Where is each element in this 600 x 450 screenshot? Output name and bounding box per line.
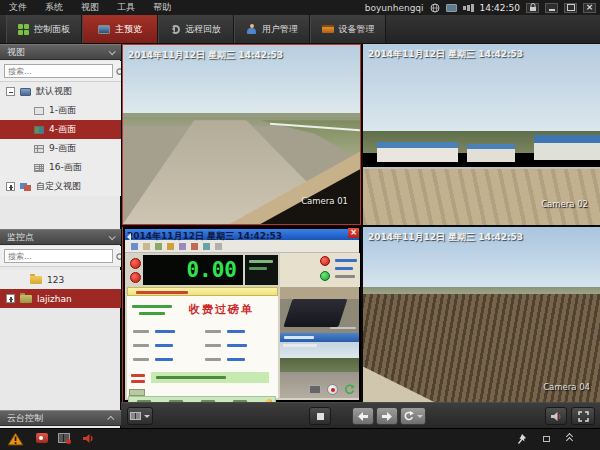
- red-light-icon: [130, 258, 141, 269]
- layout-4-icon: [34, 126, 44, 134]
- view-group-icon: [20, 88, 31, 96]
- monitor-section-title: 监控点: [7, 231, 34, 244]
- tree-node-label: 1-画面: [49, 104, 76, 117]
- tab-remote-playback[interactable]: 远程回放: [158, 15, 234, 43]
- fullscreen-icon: [578, 411, 589, 422]
- control-panel-icon: [18, 24, 29, 35]
- lock-button[interactable]: [526, 3, 539, 13]
- playback-icon: [171, 25, 180, 34]
- form-title: 收费过磅单: [189, 302, 254, 317]
- device-icon: [322, 25, 334, 33]
- tree-node-1-screen[interactable]: 1-画面: [0, 101, 121, 120]
- record-icon[interactable]: [327, 384, 338, 395]
- tab-label: 用户管理: [262, 23, 298, 36]
- custom-view-icon: [20, 183, 31, 191]
- tab-main-preview[interactable]: 主预览: [82, 15, 158, 43]
- monitor-tree: 123 lajizhan: [0, 270, 121, 308]
- menu-help[interactable]: 帮助: [144, 1, 180, 14]
- menu-file[interactable]: 文件: [0, 1, 36, 14]
- tree-node-group-123[interactable]: 123: [0, 270, 121, 289]
- view-section-header[interactable]: 视图: [0, 44, 121, 60]
- dirt-ground: [363, 169, 600, 225]
- osd-timestamp: 2014年11月12日 星期三 14:42:53: [368, 48, 523, 61]
- sidebar: 视图 默认视图 1-画面 4-画面: [0, 44, 121, 428]
- menu-view[interactable]: 视图: [72, 1, 108, 14]
- menu-bar: 文件 系统 视图 工具 帮助 boyunhengqi 14:42:50: [0, 0, 600, 15]
- audio-button[interactable]: [545, 407, 567, 425]
- video-panel-2[interactable]: 2014年11月12日 星期三 14:42:53 Camera 02: [363, 44, 600, 225]
- stop-all-button[interactable]: [309, 407, 331, 425]
- green-light-icon: [320, 271, 330, 281]
- clock: 14:42:50: [480, 3, 520, 13]
- titlebar-right: boyunhengqi 14:42:50: [365, 3, 600, 13]
- menu-system[interactable]: 系统: [36, 1, 72, 14]
- tab-label: 控制面板: [34, 23, 70, 36]
- menu-tools[interactable]: 工具: [108, 1, 144, 14]
- highlight-row: [151, 372, 269, 383]
- loop-icon: [403, 411, 414, 422]
- tab-label: 主预览: [115, 23, 142, 36]
- alarm-grid-icon[interactable]: [58, 433, 70, 443]
- previous-page-button[interactable]: [352, 407, 374, 425]
- user-icon: [246, 24, 257, 35]
- display-status-icon[interactable]: [446, 4, 457, 12]
- layout-select-button[interactable]: [127, 407, 153, 425]
- layout-1-icon: [34, 107, 44, 115]
- collapse-icon[interactable]: [6, 87, 15, 96]
- tree-node-label: 9-画面: [49, 142, 76, 155]
- panel-hover-toolbar: [309, 380, 355, 399]
- tree-node-label: lajizhan: [37, 294, 72, 304]
- form-footer-chip: [129, 389, 145, 396]
- alarm-video-icon[interactable]: [36, 433, 48, 443]
- tree-node-custom-view[interactable]: 自定义视图: [0, 177, 121, 196]
- tab-user-management[interactable]: 用户管理: [234, 15, 310, 43]
- monitor-search-input[interactable]: [4, 249, 113, 263]
- tab-device-management[interactable]: 设备管理: [310, 15, 386, 43]
- restore-button[interactable]: [564, 3, 577, 13]
- screen-icon[interactable]: [309, 385, 321, 394]
- globe-icon[interactable]: [430, 3, 440, 13]
- auto-switch-button[interactable]: [400, 407, 426, 425]
- building: [534, 135, 600, 160]
- monitor-section-header[interactable]: 监控点: [0, 229, 121, 245]
- tab-label: 远程回放: [185, 23, 221, 36]
- tab-control-panel[interactable]: 控制面板: [6, 15, 82, 43]
- chevron-down-icon: [109, 233, 116, 240]
- osd-timestamp: 2014年11月12日 星期三 14:42:53: [127, 230, 282, 243]
- pin-icon[interactable]: [516, 433, 527, 445]
- layout-9-icon: [34, 145, 44, 153]
- folder-icon: [20, 295, 32, 303]
- tree-node-group-lajizhan-selected[interactable]: lajizhan: [0, 289, 121, 308]
- close-icon[interactable]: ×: [348, 228, 359, 238]
- osd-timestamp: 2014年11月12日 星期三 14:42:53: [128, 49, 283, 62]
- video-panel-3[interactable]: 0.00 收费过磅单: [122, 227, 361, 402]
- minimize-button[interactable]: [545, 3, 558, 13]
- video-panel-1[interactable]: 2014年11月12日 星期三 14:42:53 Camera 01: [122, 44, 361, 225]
- red-light-icon: [320, 256, 330, 266]
- fullscreen-button[interactable]: [571, 407, 595, 425]
- grid-layout-icon: [130, 412, 141, 420]
- tree-node-9-screen[interactable]: 9-画面: [0, 139, 121, 158]
- tree-node-label: 4-画面: [49, 123, 76, 136]
- alarm-warning-icon[interactable]: [7, 432, 24, 446]
- tree-node-4-screen-selected[interactable]: 4-画面: [0, 120, 121, 139]
- weight-led-display: 0.00: [143, 255, 243, 285]
- refresh-icon[interactable]: [344, 380, 355, 399]
- network-status-icon[interactable]: [463, 4, 474, 12]
- video-panel-4[interactable]: 2014年11月12日 星期三 14:42:53 Camera 04: [363, 227, 600, 402]
- expand-icon[interactable]: [6, 182, 15, 191]
- ptz-section-header[interactable]: 云台控制: [0, 410, 121, 426]
- tree-node-default-view[interactable]: 默认视图: [0, 82, 121, 101]
- arrow-right-icon: [382, 412, 392, 421]
- close-button[interactable]: [583, 3, 596, 13]
- camera-name-label: Camera 04: [543, 382, 590, 392]
- alarm-audio-icon[interactable]: [82, 433, 94, 444]
- panel-toggle-icon[interactable]: [543, 436, 550, 442]
- view-section-title: 视图: [7, 46, 25, 59]
- next-page-button[interactable]: [376, 407, 398, 425]
- tree-node-16-screen[interactable]: 16-画面: [0, 158, 121, 177]
- view-search-input[interactable]: [4, 64, 113, 78]
- expand-icon[interactable]: [6, 294, 15, 303]
- red-light-icon: [130, 272, 141, 283]
- expand-up-icon[interactable]: [566, 434, 574, 444]
